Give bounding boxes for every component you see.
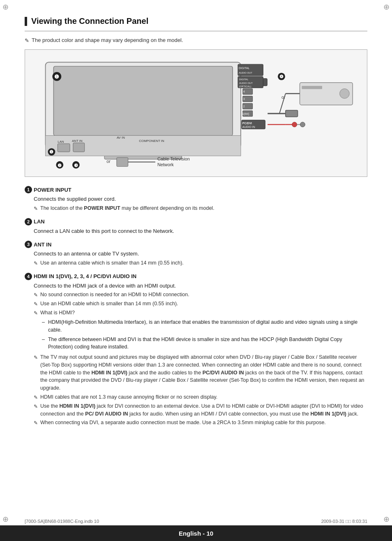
item-title-ant: 3 ANT IN <box>25 241 367 248</box>
item-label-hdmi: HDMI IN 1(DVI), 2, 3, 4 / PC/DVI AUDIO I… <box>34 273 136 279</box>
note-icon-he4: ✎ <box>34 419 38 427</box>
svg-text:COMPONENT IN: COMPONENT IN <box>139 139 164 143</box>
crosshair-bl: ⊕ <box>2 515 9 524</box>
header-bar <box>25 17 27 26</box>
item-title-lan: 2 LAN <box>25 218 367 225</box>
svg-text:or: or <box>106 159 111 164</box>
section-item-lan: 2 LAN Connect a LAN cable to this port t… <box>25 218 367 235</box>
item-body-text-power: Connects the supplied power cord. <box>34 196 116 202</box>
power-note-text-1: The location of the POWER INPUT may be d… <box>40 204 367 212</box>
svg-text:AV IN: AV IN <box>117 136 125 139</box>
svg-text:AUDIO IN: AUDIO IN <box>242 125 255 128</box>
svg-point-36 <box>292 122 297 127</box>
svg-text:4: 4 <box>243 90 245 93</box>
svg-text:Cable Television: Cable Television <box>157 156 190 161</box>
footer-page-text: English - 10 <box>179 530 213 537</box>
svg-rect-29 <box>302 86 322 89</box>
footer-left: [7000-SA]BN68-01988C-Eng.indb 10 <box>25 519 99 524</box>
hdmi-dash-text-2: The difference between HDMI and DVI is t… <box>48 336 367 351</box>
hdmi-extra-text-3: Use the HDMI IN 1(DVI) jack for DVI conn… <box>40 402 367 418</box>
note-icon-h1: ✎ <box>34 291 38 299</box>
item-body-text-lan: Connect a LAN cable to this port to conn… <box>34 228 174 234</box>
svg-text:2: 2 <box>243 105 245 108</box>
section-item-power: 1 POWER INPUT Connects the supplied powe… <box>25 186 367 212</box>
section-header: Viewing the Connection Panel <box>25 16 367 26</box>
note-icon-p1: ✎ <box>34 205 38 212</box>
hdmi-dash-text-1: HDMI(High-Definition Multimedia Interfac… <box>48 318 367 334</box>
section-item-ant: 3 ANT IN Connects to an antenna or cable… <box>25 241 367 267</box>
svg-rect-48 <box>117 158 128 167</box>
num-3: 3 <box>25 241 32 248</box>
hdmi-extra-text-4: When connecting via DVI, a separate audi… <box>40 419 367 427</box>
divider <box>25 31 367 31</box>
hdmi-extra-note-3: ✎ Use the HDMI IN 1(DVI) jack for DVI co… <box>34 402 367 418</box>
svg-text:1(dvi): 1(dvi) <box>242 112 249 116</box>
num-2: 2 <box>25 218 32 225</box>
item-body-power: Connects the supplied power cord. ✎ The … <box>34 195 367 212</box>
note-icon-he3: ✎ <box>34 403 38 410</box>
item-title-hdmi: 4 HDMI IN 1(DVI), 2, 3, 4 / PC/DVI AUDIO… <box>25 273 367 280</box>
note-icon-he2: ✎ <box>34 394 38 401</box>
hdmi-note-1: ✎ No sound connection is needed for an H… <box>34 291 367 299</box>
hdmi-extra-text-2: HDMI cables that are not 1.3 may cause a… <box>40 393 367 401</box>
svg-text:Network: Network <box>157 162 174 167</box>
hdmi-extra-note-1: ✎ The TV may not output sound and pictur… <box>34 353 367 392</box>
power-note-1: ✎ The location of the POWER INPUT may be… <box>34 204 367 212</box>
svg-text:AUDIO OUT: AUDIO OUT <box>239 82 253 84</box>
note-icon-h2: ✎ <box>34 300 38 308</box>
svg-text:❶: ❶ <box>49 149 53 154</box>
item-body-hdmi: Connects to the HDMI jack of a device wi… <box>34 282 367 427</box>
num-4: 4 <box>25 273 32 280</box>
num-1: 1 <box>25 186 32 193</box>
crosshair-tl: ⊕ <box>2 2 9 12</box>
hdmi-note-3: ✎ What is HDMI? <box>34 309 367 317</box>
svg-rect-9 <box>73 143 85 152</box>
svg-text:PC/DVI: PC/DVI <box>242 122 252 125</box>
note-icon: ✎ <box>25 37 29 44</box>
svg-rect-1 <box>53 66 233 135</box>
hdmi-note-text-3: What is HDMI? <box>40 309 367 317</box>
svg-point-30 <box>340 89 350 99</box>
hdmi-extra-note-4: ✎ When connecting via DVI, a separate au… <box>34 419 367 427</box>
svg-text:ANT IN: ANT IN <box>72 139 83 143</box>
top-note: ✎ The product color and shape may vary d… <box>25 37 367 44</box>
svg-text:3: 3 <box>243 98 245 100</box>
svg-text:❸: ❸ <box>74 163 78 168</box>
footer-right: 2009-03-31 □□ 8:03:31 <box>321 519 367 524</box>
hdmi-note-text-1: No sound connection is needed for an HDM… <box>40 291 367 299</box>
hdmi-dash-2: The difference between HDMI and DVI is t… <box>42 336 367 351</box>
diagram-inner: ❶ LAN ANT IN COMPONENT IN AV IN HDMI IN … <box>29 54 363 172</box>
svg-text:(OPTICAL): (OPTICAL) <box>239 85 251 88</box>
footer-meta: [7000-SA]BN68-01988C-Eng.indb 10 2009-03… <box>25 519 367 524</box>
svg-point-38 <box>300 122 305 127</box>
item-label-lan: LAN <box>34 218 45 225</box>
item-body-text-hdmi: Connects to the HDMI jack of a device wi… <box>34 283 176 289</box>
svg-text:❷: ❷ <box>58 163 62 168</box>
hdmi-note-2: ✎ Use an HDMI cable which is smaller tha… <box>34 300 367 308</box>
item-body-ant: Connects to an antenna or cable TV syste… <box>34 250 367 267</box>
crosshair-tr: ⊕ <box>383 2 390 12</box>
svg-text:AUDIO OUT: AUDIO OUT <box>239 72 252 74</box>
hdmi-dash-1: HDMI(High-Definition Multimedia Interfac… <box>42 318 367 334</box>
svg-rect-27 <box>286 110 298 117</box>
hdmi-note-text-2: Use an HDMI cable which is smaller than … <box>40 300 367 308</box>
svg-text:❶: ❶ <box>54 74 59 80</box>
connection-diagram: ❶ LAN ANT IN COMPONENT IN AV IN HDMI IN … <box>29 54 363 172</box>
ant-note-text-1: Use an antenna cable which is smaller th… <box>40 259 367 267</box>
section-item-hdmi: 4 HDMI IN 1(DVI), 2, 3, 4 / PC/DVI AUDIO… <box>25 273 367 427</box>
item-label-power: POWER INPUT <box>34 187 71 193</box>
svg-text:LAN: LAN <box>58 140 64 144</box>
hdmi-extra-note-2: ✎ HDMI cables that are not 1.3 may cause… <box>34 393 367 401</box>
note-icon-he1: ✎ <box>34 354 38 361</box>
svg-rect-7 <box>58 144 70 152</box>
item-body-text-ant: Connects to an antenna or cable TV syste… <box>34 251 139 257</box>
item-body-lan: Connect a LAN cable to this port to conn… <box>34 227 367 235</box>
item-label-ant: ANT IN <box>34 241 51 248</box>
note-icon-h3: ✎ <box>34 309 38 317</box>
hdmi-extra-text-1: The TV may not output sound and pictures… <box>40 353 367 392</box>
top-note-text: The product color and shape may vary dep… <box>32 37 183 43</box>
svg-text:❹: ❹ <box>279 74 284 79</box>
page: ⊕ ⊕ Viewing the Connection Panel ✎ The p… <box>0 0 392 541</box>
svg-text:DIGITAL: DIGITAL <box>239 67 250 70</box>
diagram-box: ❶ LAN ANT IN COMPONENT IN AV IN HDMI IN … <box>25 49 367 177</box>
